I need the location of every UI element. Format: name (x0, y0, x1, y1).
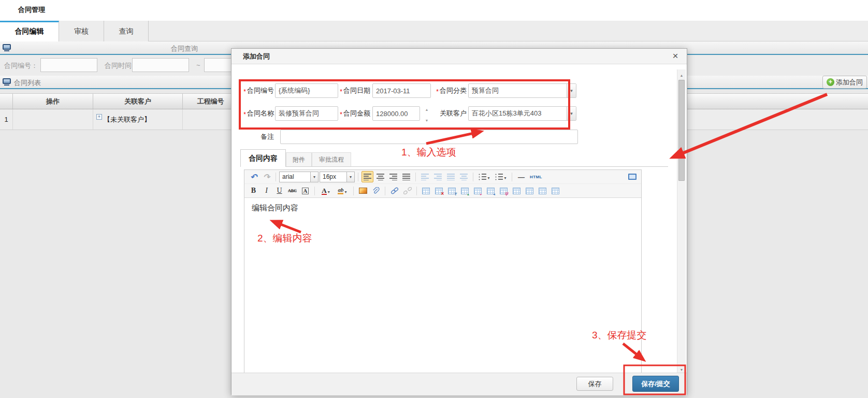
column-project-no: 工程编号 (183, 94, 239, 109)
outdent-icon[interactable] (419, 171, 431, 182)
panel-icon (3, 78, 11, 84)
contract-amount-field-label: * 合同金额 (332, 106, 370, 121)
add-contract-label: 添加合同 (836, 78, 863, 87)
row-customer-cell: 【未关联客户】 (93, 109, 183, 130)
scroll-down-icon[interactable] (677, 364, 686, 373)
highlight-button[interactable]: ab (335, 185, 350, 196)
horizontal-rule-icon[interactable] (515, 171, 527, 182)
dialog-title: 添加合同 (243, 52, 270, 60)
contract-date-input[interactable] (372, 83, 431, 98)
cell-split-vertical-icon[interactable] (537, 185, 548, 196)
contract-type-field-label: * 合同分类 (428, 83, 467, 98)
chevron-down-icon[interactable] (567, 84, 576, 97)
column-customer: 关联客户 (93, 94, 183, 109)
contract-amount-input[interactable] (372, 106, 420, 121)
separator (415, 173, 416, 181)
contract-name-field-label: * 合同名称 (236, 106, 274, 121)
unordered-list-icon[interactable] (493, 171, 509, 182)
dialog-scrollbar[interactable] (677, 69, 686, 373)
delete-row-icon[interactable] (472, 185, 484, 196)
remark-field-label: 备注 (239, 130, 274, 144)
contract-no-input[interactable] (275, 83, 338, 98)
chevron-down-icon[interactable] (310, 172, 318, 182)
merge-cells-icon[interactable] (511, 185, 523, 196)
page-title: 合同管理 (18, 5, 45, 15)
row-index: 1 (0, 109, 13, 130)
html-source-button[interactable]: HTML (528, 171, 544, 182)
delete-table-icon[interactable] (433, 185, 445, 196)
ordered-list-icon[interactable] (476, 171, 492, 182)
delete-col-icon[interactable] (498, 185, 510, 196)
strikethrough-button[interactable]: ABC (286, 185, 298, 196)
italic-button[interactable]: I (261, 185, 272, 196)
column-index (0, 94, 13, 109)
separator (473, 173, 473, 181)
tab-approval-flow[interactable]: 审批流程 (312, 152, 351, 167)
add-contract-button[interactable]: 添加合同 (822, 76, 867, 89)
chevron-down-icon (327, 186, 330, 195)
align-justify-icon[interactable] (400, 171, 412, 182)
contract-type-select[interactable]: 预算合同 (468, 83, 576, 98)
expand-icon[interactable] (96, 114, 102, 120)
separator (385, 187, 385, 195)
insert-col-left-icon[interactable] (485, 185, 497, 196)
scrollbar-thumb[interactable] (678, 80, 685, 181)
fullscreen-icon[interactable] (626, 171, 638, 182)
redo-icon[interactable] (261, 171, 272, 182)
tab-contract-content[interactable]: 合同内容 (240, 149, 286, 167)
separator (358, 173, 358, 181)
rich-text-editor: arial 16px (244, 169, 642, 373)
insert-row-above-icon[interactable] (459, 185, 471, 196)
tab-contract-edit[interactable]: 合同编辑 (0, 21, 59, 41)
link-icon[interactable] (388, 185, 400, 196)
font-size-select[interactable]: 16px (320, 172, 355, 182)
separator (512, 173, 512, 181)
remove-format-button[interactable]: A (299, 185, 311, 196)
unlink-icon[interactable] (401, 185, 413, 196)
tab-query[interactable]: 查询 (104, 21, 149, 41)
chevron-down-icon (486, 172, 489, 181)
undo-icon[interactable] (248, 171, 259, 182)
row-operation-cell (13, 109, 93, 130)
close-icon[interactable]: × (669, 49, 682, 64)
cell-properties-icon[interactable] (549, 185, 561, 196)
font-name-select[interactable]: arial (279, 172, 319, 182)
chevron-down-icon[interactable] (346, 172, 354, 182)
blockquote-left-icon[interactable] (445, 171, 457, 182)
save-submit-button[interactable]: 保存/提交 (632, 376, 679, 392)
align-right-icon[interactable] (387, 171, 399, 182)
tab-review[interactable]: 审核 (59, 21, 104, 41)
editor-content[interactable]: 编辑合同内容 (244, 198, 641, 373)
list-panel-title: 合同列表 (14, 78, 41, 88)
contract-management-app: 合同管理 合同编辑 审核 查询 合同查询 合同编号： 合同时间： ~ 合同列表 … (0, 0, 868, 398)
bold-button[interactable]: B (248, 185, 259, 196)
editor-toolbar-row2: B I U ABC A A ab (244, 184, 641, 198)
row-project-no-cell (183, 109, 239, 130)
contract-time-from-input[interactable] (132, 58, 189, 72)
contract-no-search-input[interactable] (40, 58, 97, 72)
align-center-icon[interactable] (374, 171, 386, 182)
attachment-icon[interactable] (370, 185, 382, 196)
insert-image-icon[interactable] (357, 185, 369, 196)
split-cells-icon[interactable] (524, 185, 536, 196)
separator (276, 173, 276, 181)
range-separator: ~ (196, 61, 200, 69)
main-tabstrip: 合同编辑 审核 查询 (0, 21, 868, 41)
insert-table-icon[interactable] (420, 185, 432, 196)
font-color-button[interactable]: A (318, 185, 334, 196)
contract-name-input[interactable] (275, 106, 338, 121)
save-button[interactable]: 保存 (576, 377, 613, 391)
chevron-down-icon (503, 172, 506, 181)
customer-field-label: 关联客户 (428, 106, 467, 121)
blockquote-right-icon[interactable] (458, 171, 470, 182)
indent-icon[interactable] (432, 171, 444, 182)
customer-select[interactable]: 百花小区15栋3单元403 (468, 106, 576, 121)
scroll-up-icon[interactable] (677, 69, 686, 78)
dialog-titlebar: 添加合同 × (232, 49, 687, 64)
chevron-down-icon[interactable] (567, 107, 576, 120)
tab-attachments[interactable]: 附件 (286, 152, 312, 167)
align-left-icon[interactable] (361, 171, 373, 182)
table-properties-icon[interactable] (446, 185, 458, 196)
underline-button[interactable]: U (273, 185, 285, 196)
remark-input[interactable] (280, 130, 578, 144)
